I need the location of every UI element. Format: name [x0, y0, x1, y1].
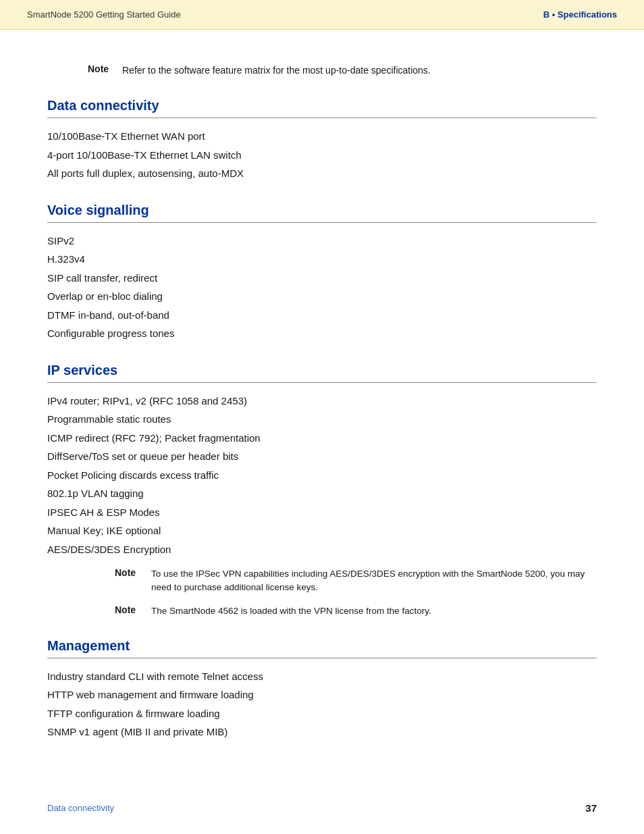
list-item: DTMF in-band, out-of-band [47, 307, 597, 324]
list-item: Configurable progress tones [47, 325, 597, 342]
list-item: IPSEC AH & ESP Modes [47, 504, 597, 521]
list-item: 802.1p VLAN tagging [47, 485, 597, 502]
section-rule-voice-signalling [47, 222, 597, 223]
list-item: Pocket Policing discards excess traffic [47, 467, 597, 484]
list-item: Industry standard CLI with remote Telnet… [47, 668, 597, 685]
list-item: HTTP web management and firmware loading [47, 686, 597, 704]
list-item: SIP call transfer, redirect [47, 269, 597, 287]
section-heading-ip-services: IP services [47, 363, 597, 378]
list-item: H.323v4 [47, 251, 597, 268]
list-item: 10/100Base-TX Ethernet WAN port [47, 128, 597, 145]
section-heading-voice-signalling: Voice signalling [47, 203, 597, 218]
section-items-data-connectivity: 10/100Base-TX Ethernet WAN port4-port 10… [47, 128, 597, 182]
section-items-voice-signalling: SIPv2H.323v4SIP call transfer, redirectO… [47, 232, 597, 342]
list-item: Manual Key; IKE optional [47, 522, 597, 540]
section-rule-management [47, 658, 597, 658]
intro-note-label: Note [88, 63, 111, 74]
list-item: 4-port 10/100Base-TX Ethernet LAN switch [47, 147, 597, 164]
sections-container: Data connectivity10/100Base-TX Ethernet … [47, 98, 597, 741]
footer-left-text: Data connectivity [47, 803, 114, 813]
list-item: AES/DES/3DES Encryption [47, 541, 597, 558]
list-item: SIPv2 [47, 232, 597, 250]
header-banner: SmartNode 5200 Getting Started Guide B •… [0, 0, 644, 30]
list-item: SNMP v1 agent (MIB II and private MIB) [47, 723, 597, 741]
header-left-text: SmartNode 5200 Getting Started Guide [27, 9, 181, 20]
list-item: DiffServe/ToS set or queue per header bi… [47, 448, 597, 465]
note-text: To use the IPSec VPN capabilities includ… [151, 567, 597, 595]
main-content: Note Refer to the software feature matri… [0, 30, 644, 788]
section-items-ip-services: IPv4 router; RIPv1, v2 (RFC 1058 and 245… [47, 392, 597, 558]
list-item: Programmable static routes [47, 411, 597, 428]
list-item: TFTP configuration & firmware loading [47, 705, 597, 723]
note-text: The SmartNode 4562 is loaded with the VP… [151, 604, 431, 618]
section-rule-ip-services [47, 382, 597, 383]
section-heading-management: Management [47, 638, 597, 654]
note-label: Note [115, 604, 140, 615]
intro-note-text: Refer to the software feature matrix for… [122, 63, 431, 78]
indented-note-block: NoteThe SmartNode 4562 is loaded with th… [115, 604, 597, 618]
page: SmartNode 5200 Getting Started Guide B •… [0, 0, 644, 834]
page-footer: Data connectivity 37 [47, 802, 597, 814]
note-label: Note [115, 567, 140, 578]
list-item: Overlap or en-bloc dialing [47, 288, 597, 305]
list-item: ICMP redirect (RFC 792); Packet fragment… [47, 429, 597, 447]
indented-note-block: NoteTo use the IPSec VPN capabilities in… [115, 567, 597, 595]
intro-note-block: Note Refer to the software feature matri… [88, 63, 597, 78]
section-rule-data-connectivity [47, 118, 597, 118]
header-right-text: B • Specifications [543, 9, 617, 20]
page-number: 37 [585, 802, 597, 814]
list-item: IPv4 router; RIPv1, v2 (RFC 1058 and 245… [47, 392, 597, 410]
section-heading-data-connectivity: Data connectivity [47, 98, 597, 113]
section-items-management: Industry standard CLI with remote Telnet… [47, 668, 597, 741]
list-item: All ports full duplex, autosensing, auto… [47, 165, 597, 182]
